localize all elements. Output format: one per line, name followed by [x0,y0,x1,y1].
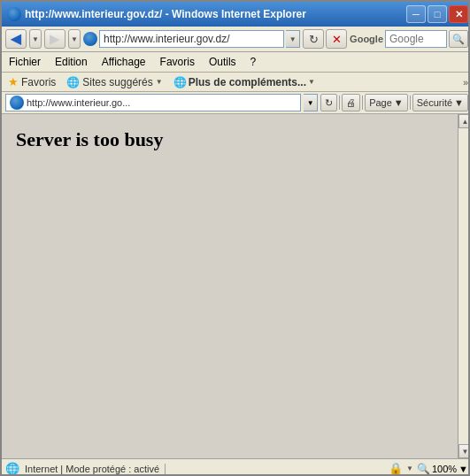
tab-address-field[interactable]: http://www.interieur.go... [5,94,301,111]
tab-url-text: http://www.interieur.go... [27,97,130,108]
scroll-up-button[interactable]: ▲ [458,114,470,128]
menu-edition[interactable]: Edition [48,54,95,70]
forward-dropdown[interactable]: ▼ [68,29,81,49]
refresh-button[interactable]: ↻ [303,29,324,49]
content-wrapper: Server is too busy ▲ ▼ [2,114,470,458]
more-addons-label: Plus de compléments... [189,76,306,88]
stop-button[interactable]: ✕ [326,29,347,49]
more-addons-button[interactable]: 🌐 Plus de compléments... ▼ [171,75,318,89]
menu-favoris[interactable]: Favoris [153,54,202,70]
tab-address-row: http://www.interieur.go... ▼ ↻ 🖨 Page ▼ … [2,92,470,114]
google-search-bar: Google 🔍 [350,30,468,48]
google-logo: Google [350,34,383,44]
favorites-label: Favoris [21,76,56,88]
status-zone-text: Internet | Mode protégé : activé [25,464,166,474]
menu-help[interactable]: ? [243,54,264,70]
tab-url-dropdown[interactable]: ▼ [304,94,318,111]
ie-title-icon [7,7,21,21]
status-zoom[interactable]: 🔍 100% ▼ [417,463,468,475]
sites-dropdown-icon: ▼ [156,78,163,86]
address-ie-icon [83,32,97,46]
google-search-input[interactable] [385,30,447,48]
tab-action-buttons: ↻ 🖨 Page ▼ Sécurité ▼ [320,94,468,111]
page-menu-button[interactable]: Page ▼ [365,94,408,111]
nav-action-btns: ↻ ✕ [303,29,347,49]
scroll-down-button[interactable]: ▼ [458,444,470,458]
security-menu-button[interactable]: Sécurité ▼ [412,94,468,111]
browser-window: http://www.interieur.gov.dz/ - Windows I… [2,2,470,476]
back-dropdown[interactable]: ▼ [29,29,42,49]
scroll-track[interactable] [458,128,470,444]
suggested-sites-button[interactable]: 🌐 Sites suggérés ▼ [64,75,165,89]
zoom-icon: 🔍 [417,463,430,475]
favorites-bar: ★ Favoris 🌐 Sites suggérés ▼ 🌐 Plus de c… [2,73,470,92]
favorites-button[interactable]: ★ Favoris [5,74,58,89]
window-title: http://www.interieur.gov.dz/ - Windows I… [25,8,306,20]
zoom-dropdown-icon: ▼ [458,464,468,474]
ie-icon-fav: 🌐 [66,76,80,88]
scrollbar[interactable]: ▲ ▼ [458,114,470,458]
tab-print-button[interactable]: 🖨 [342,94,360,111]
security-dropdown-icon: ▼ [454,97,464,108]
maximize-button[interactable]: □ [428,5,447,23]
menu-bar: Fichier Edition Affichage Favoris Outils… [2,52,470,73]
page-label: Page [369,97,392,108]
star-icon: ★ [8,75,19,88]
menu-affichage[interactable]: Affichage [95,54,153,70]
title-bar: http://www.interieur.gov.dz/ - Windows I… [2,2,470,27]
minimize-button[interactable]: ─ [406,5,426,23]
separator3 [410,96,411,110]
page-content: Server is too busy [2,114,470,165]
separator [339,96,340,110]
status-lock-dropdown[interactable]: ▼ [406,464,413,472]
status-globe-icon: 🌐 [5,462,19,475]
tab-refresh-button[interactable]: ↻ [320,94,337,111]
more-dropdown-icon: ▼ [308,78,315,86]
address-input[interactable] [99,30,284,48]
page-dropdown-icon: ▼ [394,97,404,108]
security-label: Sécurité [417,97,452,108]
close-button[interactable]: ✕ [449,5,468,23]
page-message: Server is too busy [16,128,458,151]
forward-button[interactable]: ▶ [44,29,65,49]
zoom-level: 100% [432,464,457,474]
content-area: Server is too busy [2,114,470,458]
separator2 [362,96,363,110]
nav-bar: ◀ ▼ ▶ ▼ ▼ ↻ ✕ Google 🔍 [2,27,470,52]
title-bar-controls: ─ □ ✕ [406,5,468,23]
fav-overflow-button[interactable]: » [463,77,468,88]
address-bar: ▼ [83,30,300,48]
menu-outils[interactable]: Outils [202,54,243,70]
suggested-sites-label: Sites suggérés [82,76,152,88]
title-bar-left: http://www.interieur.gov.dz/ - Windows I… [7,7,306,21]
menu-fichier[interactable]: Fichier [2,54,48,70]
status-lock-icon: 🔒 [389,462,403,475]
status-bar: 🌐 Internet | Mode protégé : activé 🔒 ▼ 🔍… [2,458,470,476]
status-right: 🔒 ▼ 🔍 100% ▼ [389,462,468,475]
google-search-button[interactable]: 🔍 [449,30,468,48]
address-dropdown[interactable]: ▼ [286,30,300,48]
tab-page-icon [10,96,24,110]
addons-icon: 🌐 [173,76,187,88]
back-button[interactable]: ◀ [5,29,27,49]
